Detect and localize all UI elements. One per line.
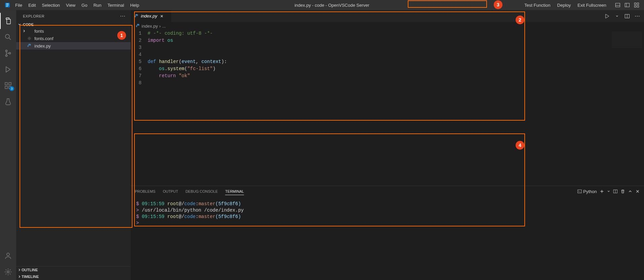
maximize-panel-icon[interactable]	[628, 189, 633, 194]
tree-item-index-py[interactable]: index.py	[16, 42, 131, 50]
section-label: OUTLINE	[22, 268, 38, 272]
menu-help[interactable]: Help	[127, 0, 142, 10]
breadcrumb-file: index.py	[142, 24, 158, 29]
tree-item-label: index.py	[34, 43, 51, 49]
code-content[interactable]: # -*- coding: utf-8 -*-import osdef hand…	[148, 30, 644, 186]
chevron-right-icon	[18, 268, 22, 272]
panel-tab-problems[interactable]: PROBLEMS	[135, 188, 155, 195]
terminal-line: >	[136, 220, 639, 226]
tab-index-py[interactable]: index.py	[131, 10, 171, 22]
editor-tabs: index.py ⋯	[131, 10, 644, 22]
terminal-line: $ 09:15:59 root@/code:master(5f9c8f6)	[136, 201, 639, 207]
svg-rect-3	[625, 3, 630, 7]
sidebar-title: EXPLORER	[23, 14, 44, 18]
activity-testing[interactable]	[0, 94, 16, 110]
svg-rect-5	[635, 3, 636, 5]
shell-label: Python	[583, 189, 597, 194]
menu-run[interactable]: Run	[90, 0, 104, 10]
svg-rect-15	[5, 86, 7, 89]
app-icon	[3, 2, 12, 8]
menu-terminal[interactable]: Terminal	[104, 0, 127, 10]
breadcrumb[interactable]: index.py › ...	[131, 22, 644, 30]
menu-go[interactable]: Go	[79, 0, 90, 10]
main-area: 3 EXPLORER ⋯ CODE fontsfonts.confindex.p…	[0, 10, 644, 280]
panel-tab-terminal[interactable]: TERMINAL	[225, 188, 244, 195]
minimap[interactable]	[612, 31, 642, 48]
svg-point-12	[6, 55, 7, 57]
activity-extensions[interactable]: 3	[0, 77, 16, 94]
customize-layout-icon[interactable]	[632, 0, 641, 10]
toggle-sidebar-icon[interactable]	[622, 0, 632, 10]
explorer-sidebar: EXPLORER ⋯ CODE fontsfonts.confindex.py …	[16, 10, 131, 280]
svg-rect-17	[9, 83, 11, 85]
menu-edit[interactable]: Edit	[25, 0, 39, 10]
terminal[interactable]: $ 09:15:59 root@/code:master(5f9c8f6)> /…	[131, 197, 644, 280]
split-terminal-icon[interactable]	[613, 189, 618, 194]
tab-label: index.py	[141, 13, 157, 19]
section-outline[interactable]: OUTLINE	[16, 267, 131, 273]
activity-run-debug[interactable]	[0, 61, 16, 77]
more-icon[interactable]: ⋯	[633, 12, 641, 20]
panel-actions: Python	[577, 189, 640, 194]
svg-point-18	[7, 253, 9, 256]
terminal-shell-selector[interactable]: Python	[577, 189, 597, 194]
split-editor-icon[interactable]	[623, 12, 631, 20]
new-terminal-icon[interactable]	[600, 189, 604, 194]
sidebar-collapsed-sections: OUTLINETIMELINE	[16, 266, 131, 280]
action-deploy[interactable]: Deploy	[554, 1, 573, 9]
close-panel-icon[interactable]	[635, 189, 640, 194]
code-editor[interactable]: 12345678 # -*- coding: utf-8 -*-import o…	[131, 30, 644, 186]
tree-item-fonts[interactable]: fonts	[16, 27, 131, 35]
line-gutter: 12345678	[131, 30, 148, 186]
svg-point-11	[6, 50, 7, 52]
svg-rect-14	[5, 83, 7, 85]
chevron-down-icon[interactable]	[607, 190, 610, 193]
svg-point-21	[136, 14, 136, 15]
activity-explorer[interactable]	[0, 13, 16, 29]
action-test-function[interactable]: Test Function	[522, 1, 553, 9]
chevron-right-icon	[18, 275, 22, 279]
menu-file[interactable]: File	[12, 0, 25, 10]
breadcrumb-rest: ...	[162, 24, 166, 29]
menu-bar: FileEditSelectionViewGoRunTerminalHelp	[12, 0, 142, 10]
toggle-panel-icon[interactable]	[613, 0, 622, 10]
panel-tab-output[interactable]: OUTPUT	[163, 188, 178, 195]
svg-point-9	[5, 34, 9, 38]
window-title: index.py - code - OpenVSCode Server	[142, 3, 522, 8]
activity-settings[interactable]	[0, 264, 16, 280]
editor-actions: ⋯	[603, 10, 644, 22]
chevron-down-icon[interactable]	[613, 12, 621, 20]
editor-area: index.py ⋯	[131, 10, 644, 280]
svg-rect-24	[578, 190, 581, 193]
file-tree: fontsfonts.confindex.py	[16, 27, 131, 266]
menu-view[interactable]: View	[63, 0, 79, 10]
activity-search[interactable]	[0, 29, 16, 45]
svg-rect-1	[616, 3, 620, 7]
run-icon[interactable]	[603, 12, 611, 20]
explorer-root[interactable]: CODE	[16, 22, 131, 27]
panel-tab-debug-console[interactable]: DEBUG CONSOLE	[185, 188, 218, 195]
kill-terminal-icon[interactable]	[620, 189, 625, 194]
section-timeline[interactable]: TIMELINE	[16, 273, 131, 280]
chevron-right-icon	[22, 29, 27, 33]
python-icon	[134, 14, 139, 19]
svg-point-19	[7, 271, 9, 273]
activity-source-control[interactable]	[0, 45, 16, 61]
python-icon	[27, 43, 32, 48]
tree-item-fonts-conf[interactable]: fonts.conf	[16, 35, 131, 42]
svg-rect-6	[637, 3, 639, 5]
gear-icon	[27, 36, 32, 41]
title-actions-group: Test FunctionDeployExit Fullscreen	[522, 1, 609, 9]
sidebar-more-icon[interactable]: ⋯	[120, 13, 126, 19]
activity-bar: 3	[0, 10, 16, 280]
panel-tabs: PROBLEMSOUTPUTDEBUG CONSOLETERMINAL Pyth…	[131, 186, 644, 197]
activity-accounts[interactable]	[0, 248, 16, 264]
title-bar: FileEditSelectionViewGoRunTerminalHelp i…	[0, 0, 644, 10]
terminal-line: $ 09:15:59 root@/code:master(5f9c8f6)	[136, 214, 639, 220]
terminal-line: > /usr/local/bin/python /code/index.py	[136, 207, 639, 214]
close-icon[interactable]	[159, 14, 164, 18]
menu-selection[interactable]: Selection	[39, 0, 63, 10]
svg-rect-7	[635, 6, 636, 7]
sidebar-header: EXPLORER ⋯	[16, 10, 131, 22]
action-exit-fullscreen[interactable]: Exit Fullscreen	[575, 1, 609, 9]
